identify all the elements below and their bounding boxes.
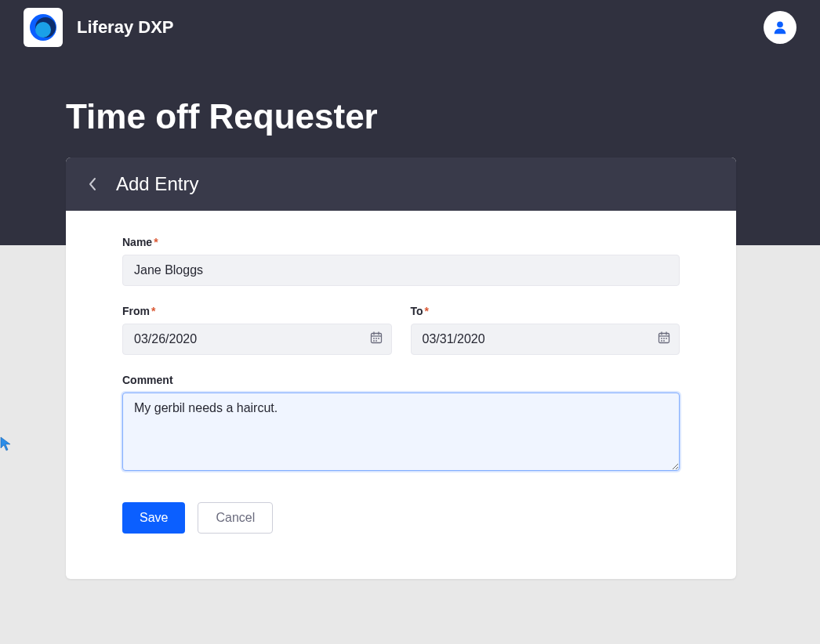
svg-point-3 [777, 21, 783, 27]
name-label: Name* [122, 236, 680, 248]
card-header: Add Entry [66, 157, 736, 211]
comment-field[interactable] [122, 393, 680, 471]
card-title: Add Entry [116, 173, 198, 195]
cursor-arrow-icon [0, 436, 13, 455]
to-label: To* [411, 305, 680, 317]
comment-label: Comment [122, 374, 680, 386]
comment-group: Comment [122, 374, 680, 474]
svg-point-2 [35, 22, 51, 38]
user-avatar[interactable] [764, 11, 796, 44]
cancel-button[interactable]: Cancel [198, 502, 273, 534]
from-label-text: From [122, 305, 150, 317]
topbar: Liferay DXP [0, 0, 820, 55]
required-mark: * [154, 236, 158, 248]
from-label: From* [122, 305, 392, 317]
to-date-field[interactable] [411, 324, 680, 355]
name-field[interactable] [122, 255, 680, 286]
chevron-left-icon [88, 177, 97, 191]
page-title: Time off Requester [0, 55, 820, 136]
to-group: To* [411, 305, 680, 355]
liferay-logo-icon [29, 13, 57, 42]
name-label-text: Name [122, 236, 152, 248]
required-mark: * [425, 305, 429, 317]
from-group: From* [122, 305, 392, 355]
required-mark: * [151, 305, 155, 317]
back-button[interactable] [88, 177, 97, 191]
card-body: Name* From* [66, 211, 736, 579]
brand: Liferay DXP [24, 8, 174, 47]
to-label-text: To [411, 305, 423, 317]
brand-logo[interactable] [24, 8, 63, 47]
form-card: Add Entry Name* From* [66, 157, 736, 579]
button-row: Save Cancel [122, 502, 680, 534]
name-group: Name* [122, 236, 680, 286]
from-date-field[interactable] [122, 324, 392, 355]
brand-name: Liferay DXP [77, 17, 174, 38]
save-button[interactable]: Save [122, 502, 185, 534]
user-icon [771, 19, 789, 36]
